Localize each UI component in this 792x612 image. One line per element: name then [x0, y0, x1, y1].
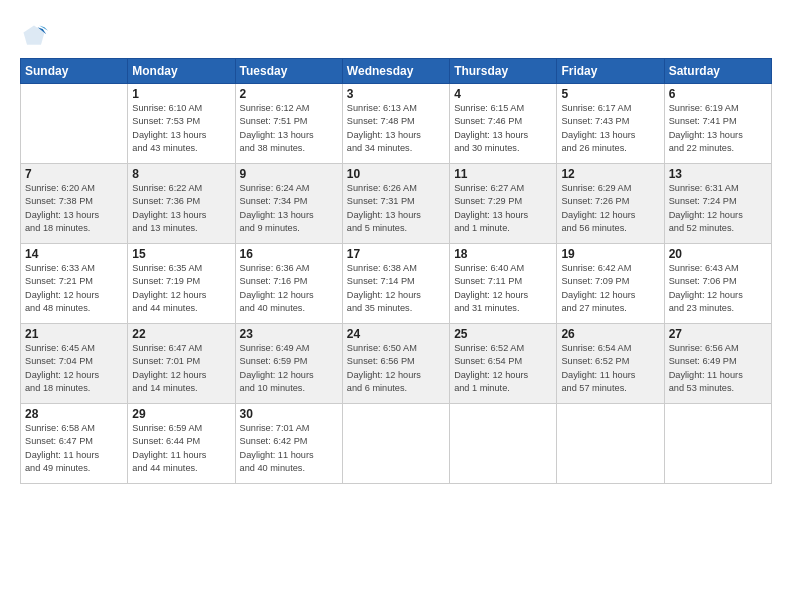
calendar-cell: 23Sunrise: 6:49 AM Sunset: 6:59 PM Dayli… — [235, 324, 342, 404]
calendar-cell: 28Sunrise: 6:58 AM Sunset: 6:47 PM Dayli… — [21, 404, 128, 484]
day-number: 26 — [561, 327, 659, 341]
day-info: Sunrise: 6:50 AM Sunset: 6:56 PM Dayligh… — [347, 342, 445, 395]
calendar-header-sunday: Sunday — [21, 59, 128, 84]
day-info: Sunrise: 6:29 AM Sunset: 7:26 PM Dayligh… — [561, 182, 659, 235]
calendar-cell: 18Sunrise: 6:40 AM Sunset: 7:11 PM Dayli… — [450, 244, 557, 324]
calendar-cell: 19Sunrise: 6:42 AM Sunset: 7:09 PM Dayli… — [557, 244, 664, 324]
day-number: 4 — [454, 87, 552, 101]
svg-marker-1 — [24, 26, 45, 45]
day-number: 9 — [240, 167, 338, 181]
calendar-header-monday: Monday — [128, 59, 235, 84]
day-info: Sunrise: 6:59 AM Sunset: 6:44 PM Dayligh… — [132, 422, 230, 475]
day-number: 28 — [25, 407, 123, 421]
calendar-cell: 8Sunrise: 6:22 AM Sunset: 7:36 PM Daylig… — [128, 164, 235, 244]
day-info: Sunrise: 6:26 AM Sunset: 7:31 PM Dayligh… — [347, 182, 445, 235]
calendar-cell: 10Sunrise: 6:26 AM Sunset: 7:31 PM Dayli… — [342, 164, 449, 244]
calendar-cell: 5Sunrise: 6:17 AM Sunset: 7:43 PM Daylig… — [557, 84, 664, 164]
day-number: 19 — [561, 247, 659, 261]
calendar-cell: 25Sunrise: 6:52 AM Sunset: 6:54 PM Dayli… — [450, 324, 557, 404]
day-number: 8 — [132, 167, 230, 181]
calendar-cell: 1Sunrise: 6:10 AM Sunset: 7:53 PM Daylig… — [128, 84, 235, 164]
day-info: Sunrise: 6:12 AM Sunset: 7:51 PM Dayligh… — [240, 102, 338, 155]
day-info: Sunrise: 6:40 AM Sunset: 7:11 PM Dayligh… — [454, 262, 552, 315]
day-info: Sunrise: 6:17 AM Sunset: 7:43 PM Dayligh… — [561, 102, 659, 155]
day-number: 15 — [132, 247, 230, 261]
calendar-cell: 20Sunrise: 6:43 AM Sunset: 7:06 PM Dayli… — [664, 244, 771, 324]
day-info: Sunrise: 6:42 AM Sunset: 7:09 PM Dayligh… — [561, 262, 659, 315]
calendar-cell — [21, 84, 128, 164]
day-info: Sunrise: 6:33 AM Sunset: 7:21 PM Dayligh… — [25, 262, 123, 315]
day-info: Sunrise: 6:58 AM Sunset: 6:47 PM Dayligh… — [25, 422, 123, 475]
day-info: Sunrise: 6:43 AM Sunset: 7:06 PM Dayligh… — [669, 262, 767, 315]
day-number: 27 — [669, 327, 767, 341]
day-number: 30 — [240, 407, 338, 421]
day-info: Sunrise: 6:15 AM Sunset: 7:46 PM Dayligh… — [454, 102, 552, 155]
day-number: 24 — [347, 327, 445, 341]
day-info: Sunrise: 6:52 AM Sunset: 6:54 PM Dayligh… — [454, 342, 552, 395]
calendar-cell: 30Sunrise: 7:01 AM Sunset: 6:42 PM Dayli… — [235, 404, 342, 484]
calendar-cell — [342, 404, 449, 484]
day-number: 13 — [669, 167, 767, 181]
calendar-cell — [664, 404, 771, 484]
calendar-header-saturday: Saturday — [664, 59, 771, 84]
calendar-cell: 16Sunrise: 6:36 AM Sunset: 7:16 PM Dayli… — [235, 244, 342, 324]
calendar-week-5: 28Sunrise: 6:58 AM Sunset: 6:47 PM Dayli… — [21, 404, 772, 484]
day-info: Sunrise: 6:31 AM Sunset: 7:24 PM Dayligh… — [669, 182, 767, 235]
calendar-cell: 22Sunrise: 6:47 AM Sunset: 7:01 PM Dayli… — [128, 324, 235, 404]
day-info: Sunrise: 6:13 AM Sunset: 7:48 PM Dayligh… — [347, 102, 445, 155]
calendar-cell: 9Sunrise: 6:24 AM Sunset: 7:34 PM Daylig… — [235, 164, 342, 244]
calendar-cell: 6Sunrise: 6:19 AM Sunset: 7:41 PM Daylig… — [664, 84, 771, 164]
calendar-week-3: 14Sunrise: 6:33 AM Sunset: 7:21 PM Dayli… — [21, 244, 772, 324]
calendar-header-thursday: Thursday — [450, 59, 557, 84]
calendar-cell: 24Sunrise: 6:50 AM Sunset: 6:56 PM Dayli… — [342, 324, 449, 404]
calendar-cell: 4Sunrise: 6:15 AM Sunset: 7:46 PM Daylig… — [450, 84, 557, 164]
calendar-cell: 13Sunrise: 6:31 AM Sunset: 7:24 PM Dayli… — [664, 164, 771, 244]
calendar-cell: 26Sunrise: 6:54 AM Sunset: 6:52 PM Dayli… — [557, 324, 664, 404]
day-number: 3 — [347, 87, 445, 101]
calendar-header-friday: Friday — [557, 59, 664, 84]
day-number: 12 — [561, 167, 659, 181]
day-number: 2 — [240, 87, 338, 101]
calendar-cell: 17Sunrise: 6:38 AM Sunset: 7:14 PM Dayli… — [342, 244, 449, 324]
calendar-week-4: 21Sunrise: 6:45 AM Sunset: 7:04 PM Dayli… — [21, 324, 772, 404]
logo-icon — [20, 22, 48, 50]
day-info: Sunrise: 7:01 AM Sunset: 6:42 PM Dayligh… — [240, 422, 338, 475]
day-info: Sunrise: 6:24 AM Sunset: 7:34 PM Dayligh… — [240, 182, 338, 235]
day-number: 29 — [132, 407, 230, 421]
day-number: 1 — [132, 87, 230, 101]
day-info: Sunrise: 6:22 AM Sunset: 7:36 PM Dayligh… — [132, 182, 230, 235]
day-number: 18 — [454, 247, 552, 261]
day-number: 20 — [669, 247, 767, 261]
calendar-cell: 7Sunrise: 6:20 AM Sunset: 7:38 PM Daylig… — [21, 164, 128, 244]
day-number: 10 — [347, 167, 445, 181]
day-info: Sunrise: 6:10 AM Sunset: 7:53 PM Dayligh… — [132, 102, 230, 155]
day-info: Sunrise: 6:47 AM Sunset: 7:01 PM Dayligh… — [132, 342, 230, 395]
day-info: Sunrise: 6:20 AM Sunset: 7:38 PM Dayligh… — [25, 182, 123, 235]
calendar-cell: 11Sunrise: 6:27 AM Sunset: 7:29 PM Dayli… — [450, 164, 557, 244]
header — [20, 18, 772, 50]
calendar-cell: 2Sunrise: 6:12 AM Sunset: 7:51 PM Daylig… — [235, 84, 342, 164]
calendar-cell: 15Sunrise: 6:35 AM Sunset: 7:19 PM Dayli… — [128, 244, 235, 324]
day-number: 11 — [454, 167, 552, 181]
day-info: Sunrise: 6:36 AM Sunset: 7:16 PM Dayligh… — [240, 262, 338, 315]
day-number: 25 — [454, 327, 552, 341]
page: SundayMondayTuesdayWednesdayThursdayFrid… — [0, 0, 792, 612]
calendar-table: SundayMondayTuesdayWednesdayThursdayFrid… — [20, 58, 772, 484]
day-number: 17 — [347, 247, 445, 261]
day-number: 22 — [132, 327, 230, 341]
calendar-cell: 21Sunrise: 6:45 AM Sunset: 7:04 PM Dayli… — [21, 324, 128, 404]
calendar-cell: 3Sunrise: 6:13 AM Sunset: 7:48 PM Daylig… — [342, 84, 449, 164]
calendar-cell: 29Sunrise: 6:59 AM Sunset: 6:44 PM Dayli… — [128, 404, 235, 484]
calendar-header-wednesday: Wednesday — [342, 59, 449, 84]
day-number: 16 — [240, 247, 338, 261]
day-number: 23 — [240, 327, 338, 341]
calendar-cell: 14Sunrise: 6:33 AM Sunset: 7:21 PM Dayli… — [21, 244, 128, 324]
day-number: 5 — [561, 87, 659, 101]
day-info: Sunrise: 6:35 AM Sunset: 7:19 PM Dayligh… — [132, 262, 230, 315]
logo — [20, 22, 52, 50]
day-number: 14 — [25, 247, 123, 261]
calendar-cell: 27Sunrise: 6:56 AM Sunset: 6:49 PM Dayli… — [664, 324, 771, 404]
day-number: 6 — [669, 87, 767, 101]
day-number: 21 — [25, 327, 123, 341]
day-info: Sunrise: 6:49 AM Sunset: 6:59 PM Dayligh… — [240, 342, 338, 395]
